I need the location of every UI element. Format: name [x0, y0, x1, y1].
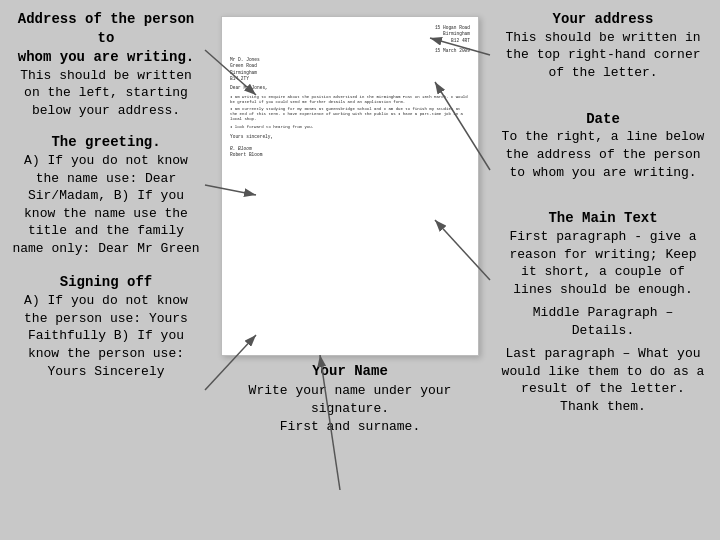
- letter-body-para1: I am writing to enquire about the positi…: [230, 95, 470, 105]
- letter-body-para3: I look forward to hearing from you.: [230, 125, 470, 130]
- your-address-body: This should be written in the top right-…: [505, 30, 700, 80]
- signing-b2: person use:: [98, 346, 184, 361]
- greeting-b4: Dear Mr Green: [98, 241, 199, 256]
- address-section: Address of the person to whom you are wr…: [12, 10, 200, 119]
- greeting-a: A) If you do not know: [24, 153, 188, 168]
- date-title: Date: [498, 110, 708, 129]
- your-name-title: Your Name: [312, 363, 388, 379]
- middle-para: Middle Paragraph – Details.: [498, 304, 708, 339]
- your-name-section: Your Name Write your name under your sig…: [214, 362, 486, 436]
- letter-recipient: Mr D. JonesGreen RoadBirminghamB14 2TY: [230, 57, 470, 82]
- signing-a: A) If you do not know: [24, 293, 188, 308]
- greeting-section: The greeting. A) If you do not know the …: [12, 133, 200, 257]
- main-text-title: The Main Text: [498, 209, 708, 228]
- date-body: To the right, a line below the address o…: [502, 129, 705, 179]
- address-title2: whom you are writing.: [12, 48, 200, 67]
- your-address-title: Your address: [498, 10, 708, 29]
- letter-signature: R. Bloom Robert Bloom: [230, 146, 470, 159]
- letter-salutation: Dear Mr Jones,: [230, 85, 470, 91]
- your-name-body: Write your name under your signature.: [249, 383, 452, 416]
- greeting-a2: the name use:: [36, 171, 137, 186]
- date-section: Date To the right, a line below the addr…: [498, 110, 708, 182]
- slide: Address of the person to whom you are wr…: [0, 0, 720, 540]
- main-text-section: The Main Text First paragraph - give a r…: [498, 209, 708, 415]
- letter-content: 15 Hogan RoadBirminghamB12 4RT 15 March …: [222, 17, 478, 355]
- signing-title: Signing off: [12, 273, 200, 292]
- address-title: Address of the person to: [12, 10, 200, 48]
- signing-section: Signing off A) If you do not know the pe…: [12, 273, 200, 380]
- letter-image: 15 Hogan RoadBirminghamB12 4RT 15 March …: [221, 16, 479, 356]
- signing-b3: Yours Sincerely: [47, 364, 164, 379]
- your-address-section: Your address This should be written in t…: [498, 10, 708, 82]
- last-para: Last paragraph – What you would like the…: [498, 345, 708, 415]
- left-column: Address of the person to whom you are wr…: [0, 0, 210, 540]
- letter-signoff: Yours sincerely,: [230, 134, 470, 140]
- letter-date: 15 March 2009: [230, 48, 470, 54]
- address-body: This should be written on the left, star…: [20, 68, 192, 118]
- center-column: 15 Hogan RoadBirminghamB12 4RT 15 March …: [210, 0, 490, 540]
- signing-a2: the person use:: [24, 311, 141, 326]
- greeting-title: The greeting.: [12, 133, 200, 152]
- main-text-body: First paragraph - give a reason for writ…: [509, 229, 696, 297]
- your-name-body2: First and surname.: [280, 419, 420, 434]
- letter-address-right: 15 Hogan RoadBirminghamB12 4RT: [230, 25, 470, 44]
- right-column: Your address This should be written in t…: [490, 0, 720, 540]
- letter-body-para2: I am currently studying for my GCSEs at …: [230, 107, 470, 123]
